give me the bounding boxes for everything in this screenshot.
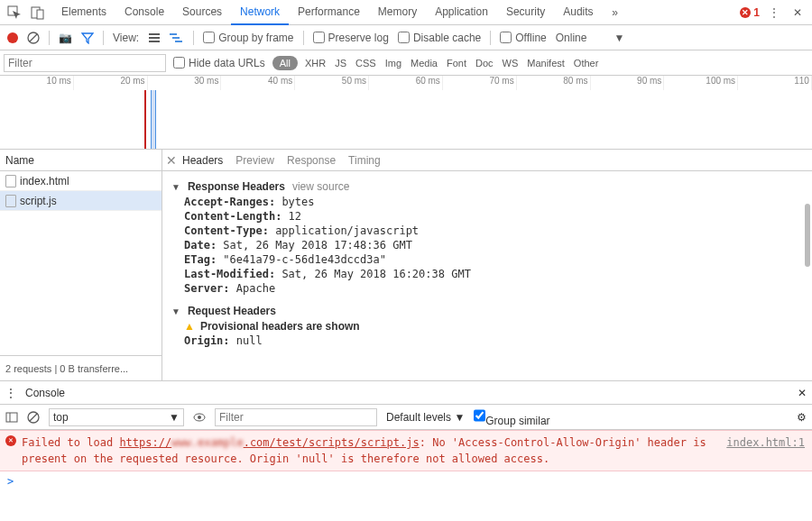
tab-network[interactable]: Network (231, 0, 289, 25)
more-tabs-icon[interactable]: » (604, 2, 626, 23)
svg-rect-9 (172, 37, 180, 39)
console-drawer: ⋮ Console ✕ top▼ Default levels ▼ Group … (0, 380, 812, 491)
filter-type-img[interactable]: Img (385, 58, 401, 69)
detail-tabs: HeadersPreviewResponseTiming (162, 150, 812, 171)
svg-point-16 (198, 416, 201, 419)
request-name: script.js (20, 195, 57, 207)
requests-status: 2 requests | 0 B transferre... (0, 355, 161, 380)
tab-console[interactable]: Console (115, 0, 173, 25)
error-url-link[interactable]: https://www.example.com/test/scripts/scr… (119, 436, 419, 449)
console-filter-input[interactable] (215, 408, 377, 426)
detail-tab-headers[interactable]: Headers (182, 151, 223, 170)
disable-cache-checkbox[interactable]: Disable cache (398, 32, 481, 44)
timeline-tick: 60 ms (369, 76, 443, 90)
network-timeline[interactable]: 10 ms20 ms30 ms40 ms50 ms60 ms70 ms80 ms… (0, 76, 812, 150)
header-line: Origin: null (171, 334, 803, 348)
filter-type-xhr[interactable]: XHR (305, 58, 326, 69)
filter-type-js[interactable]: JS (335, 58, 346, 69)
detail-body: ▼ Response Headers view source Accept-Ra… (162, 171, 812, 380)
console-tab[interactable]: Console (25, 387, 65, 399)
inspect-element-icon[interactable] (4, 2, 25, 23)
error-badge[interactable]: ✕1 (740, 6, 760, 19)
filter-type-other[interactable]: Other (574, 58, 599, 69)
svg-line-14 (30, 414, 37, 421)
tab-performance[interactable]: Performance (289, 0, 369, 25)
separator (193, 31, 194, 45)
close-devtools-icon[interactable]: ✕ (787, 2, 808, 23)
scrollbar[interactable] (805, 204, 810, 267)
detail-tab-response[interactable]: Response (287, 151, 336, 170)
provisional-headers-warning: ▲ Provisional headers are shown (171, 319, 803, 334)
timeline-tick: 90 ms (591, 76, 665, 90)
request-headers-section[interactable]: ▼ Request Headers (171, 303, 803, 319)
preserve-log-checkbox[interactable]: Preserve log (313, 32, 389, 44)
svg-rect-11 (6, 413, 17, 422)
filter-type-manifest[interactable]: Manifest (527, 58, 565, 69)
svg-rect-8 (170, 33, 177, 35)
execution-context-select[interactable]: top▼ (49, 408, 184, 426)
tab-sources[interactable]: Sources (173, 0, 231, 25)
tab-memory[interactable]: Memory (369, 0, 426, 25)
chevron-down-icon: ▼ (614, 32, 624, 44)
filter-toggle-icon[interactable] (81, 32, 94, 44)
filter-input[interactable] (4, 54, 166, 72)
log-levels-select[interactable]: Default levels ▼ (386, 411, 465, 424)
device-toolbar-icon[interactable] (27, 2, 49, 23)
tab-audits[interactable]: Audits (554, 0, 602, 25)
timeline-tick: 100 ms (664, 76, 738, 90)
view-source-link[interactable]: view source (292, 180, 349, 193)
console-prompt[interactable]: > (0, 471, 812, 491)
view-label: View: (113, 32, 139, 44)
request-row[interactable]: script.js (0, 191, 161, 211)
name-column-header[interactable]: Name (0, 150, 161, 171)
header-line: ETag: "6e41a79-c-56d1e43dccd3a" (171, 252, 803, 267)
header-line: Content-Length: 12 (171, 209, 803, 224)
request-detail-panel: ✕ HeadersPreviewResponseTiming ▼ Respons… (162, 150, 812, 380)
console-error-message[interactable]: ✕ index.html:1 Failed to load https://ww… (0, 430, 812, 471)
response-headers-section[interactable]: ▼ Response Headers view source (171, 178, 803, 195)
tab-security[interactable]: Security (497, 0, 554, 25)
timeline-tick: 50 ms (295, 76, 369, 90)
large-rows-icon[interactable] (148, 32, 161, 44)
group-similar-checkbox[interactable]: Group similar (474, 407, 549, 427)
console-sidebar-icon[interactable] (5, 411, 18, 424)
svg-rect-5 (149, 33, 160, 35)
group-by-frame-checkbox[interactable]: Group by frame (203, 32, 293, 44)
record-button[interactable] (7, 32, 18, 43)
filter-type-ws[interactable]: WS (503, 58, 519, 69)
network-filter-bar: Hide data URLs All XHRJSCSSImgMediaFontD… (0, 50, 812, 76)
console-settings-icon[interactable]: ⚙ (797, 411, 807, 424)
hide-data-urls-checkbox[interactable]: Hide data URLs (173, 57, 265, 69)
close-drawer-icon[interactable]: ✕ (798, 387, 807, 399)
svg-rect-10 (175, 41, 182, 42)
filter-type-all[interactable]: All (272, 56, 298, 70)
file-icon (5, 195, 16, 207)
more-menu-icon[interactable]: ⋮ (763, 2, 785, 23)
header-line: Accept-Ranges: bytes (171, 195, 803, 209)
error-location-link[interactable]: index.html:1 (726, 434, 805, 451)
filter-type-css[interactable]: CSS (355, 58, 376, 69)
detail-tab-timing[interactable]: Timing (348, 151, 381, 170)
tab-elements[interactable]: Elements (52, 0, 115, 25)
filter-type-font[interactable]: Font (447, 58, 466, 69)
close-detail-icon[interactable]: ✕ (164, 153, 179, 168)
devtools-tab-strip: ElementsConsoleSourcesNetworkPerformance… (0, 0, 812, 25)
filter-type-media[interactable]: Media (411, 58, 438, 69)
filter-type-doc[interactable]: Doc (475, 58, 494, 69)
tab-application[interactable]: Application (426, 0, 497, 25)
capture-screenshot-icon[interactable]: 📷 (59, 32, 72, 44)
offline-checkbox[interactable]: Offline (500, 32, 546, 44)
separator (303, 31, 304, 45)
throttle-select[interactable]: Online (556, 32, 587, 44)
waterfall-icon[interactable] (170, 32, 184, 43)
file-icon (5, 175, 16, 187)
request-row[interactable]: index.html (0, 171, 161, 191)
detail-tab-preview[interactable]: Preview (235, 151, 274, 170)
clear-icon[interactable] (27, 32, 40, 44)
error-icon: ✕ (5, 435, 16, 446)
timeline-tick: 80 ms (517, 76, 591, 90)
eye-icon[interactable] (193, 411, 206, 424)
clear-console-icon[interactable] (27, 411, 40, 424)
timeline-tick: 70 ms (443, 76, 517, 90)
drawer-menu-icon[interactable]: ⋮ (5, 387, 16, 399)
